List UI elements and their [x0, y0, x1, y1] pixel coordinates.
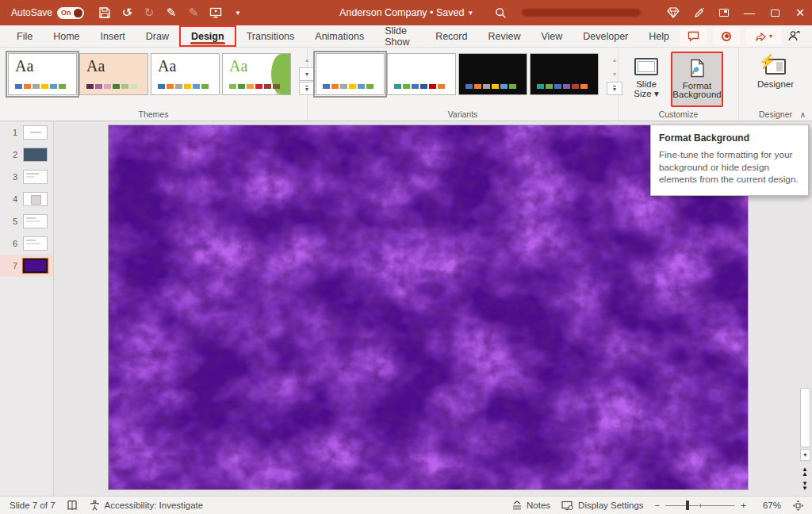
zoom-in-button[interactable]: +: [741, 501, 746, 510]
slide-thumbnail[interactable]: [23, 192, 48, 206]
next-slide-button[interactable]: ▼▼: [799, 481, 810, 491]
record-button[interactable]: [713, 28, 740, 45]
variant-thumbnail-4[interactable]: [530, 53, 599, 95]
search-icon[interactable]: [488, 1, 512, 25]
customize-qat-icon[interactable]: ▾: [228, 3, 247, 22]
slide-thumbnail-row-5[interactable]: 5: [0, 210, 53, 232]
variants-group-label: Variants: [308, 109, 618, 119]
tab-insert[interactable]: Insert: [90, 25, 136, 47]
designer-button[interactable]: ⚡ Designer: [748, 52, 803, 107]
slide-thumbnail[interactable]: [23, 148, 48, 162]
undo-button[interactable]: ↺▾: [117, 3, 136, 22]
slide-thumbnail[interactable]: [23, 214, 48, 228]
tab-review[interactable]: Review: [477, 25, 530, 47]
theme-thumbnail-2[interactable]: Aa: [79, 53, 148, 95]
theme-thumbnail-4[interactable]: Aa: [222, 53, 291, 95]
editing-pen-icon[interactable]: [687, 1, 710, 25]
slide-number: 1: [8, 128, 17, 137]
ribbon: AaAaAaAa ▴ ▾ ▾ Themes ▴ ▾ ▾ Variants Sli…: [0, 48, 812, 121]
format-background-button[interactable]: Format Background: [671, 52, 723, 107]
redo-button[interactable]: ↻: [140, 3, 159, 22]
zoom-slider-knob[interactable]: [686, 501, 689, 510]
ink-pen-icon[interactable]: ✎: [162, 3, 181, 22]
accessibility-status[interactable]: Accessibility: Investigate: [89, 500, 204, 511]
slide-thumbnail[interactable]: [23, 170, 48, 184]
tooltip-title: Format Background: [659, 132, 800, 144]
collapse-ribbon-icon[interactable]: ∧: [800, 110, 806, 119]
slide-size-label-2: Size ▾: [634, 88, 658, 99]
tab-record[interactable]: Record: [425, 25, 477, 47]
slide-number: 2: [8, 150, 17, 159]
slide-number: 3: [8, 172, 17, 182]
scrollbar-thumb[interactable]: [800, 388, 810, 447]
status-bar: Slide 7 of 7 Accessibility: Investigate …: [0, 496, 812, 514]
slide-thumbnail-row-4[interactable]: 4: [0, 188, 53, 210]
theme-color-swatches: [15, 84, 66, 89]
slide-thumbnail-row-3[interactable]: 3: [0, 166, 53, 188]
comments-button[interactable]: [680, 28, 707, 45]
notes-button[interactable]: Notes: [511, 501, 550, 510]
slide-counter: Slide 7 of 7: [10, 501, 56, 510]
variant-thumbnail-3[interactable]: [458, 53, 527, 95]
theme-aa-sample: Aa: [158, 57, 176, 75]
presence-icon[interactable]: [787, 30, 801, 42]
toggle-knob-icon: [74, 9, 82, 17]
autosave-control[interactable]: AutoSave On: [11, 7, 84, 19]
book-theme-icon[interactable]: [67, 500, 78, 511]
accessibility-label: Accessibility: Investigate: [105, 501, 204, 510]
tab-developer[interactable]: Developer: [573, 25, 638, 47]
theme-color-swatches: [465, 84, 516, 89]
autosave-label: AutoSave: [11, 7, 52, 18]
tab-design[interactable]: Design: [179, 25, 236, 47]
slide-number: 4: [8, 194, 17, 204]
slide-thumbnail-row-7[interactable]: 7: [0, 255, 53, 277]
ribbon-tab-row: File Home Insert Draw Design Transitions…: [0, 25, 812, 48]
slide-thumbnail-row-6[interactable]: 6: [0, 232, 53, 255]
save-icon[interactable]: [95, 3, 114, 22]
slide-thumbnail-row-2[interactable]: 2: [0, 144, 53, 166]
tab-transitions[interactable]: Transitions: [236, 25, 305, 47]
tab-animations[interactable]: Animations: [304, 25, 374, 47]
premium-diamond-icon[interactable]: [661, 1, 685, 25]
tooltip-body: Fine-tune the formatting for your backgr…: [659, 149, 800, 186]
theme-color-swatches: [323, 84, 373, 89]
slide-thumbnail[interactable]: [23, 259, 48, 273]
ribbon-layout-icon[interactable]: [712, 1, 736, 25]
close-button[interactable]: ✕: [788, 1, 812, 25]
zoom-out-button[interactable]: −: [655, 501, 661, 510]
theme-aa-sample: Aa: [86, 57, 105, 75]
scrollbar-down-icon[interactable]: ▼: [800, 449, 810, 461]
start-slideshow-icon[interactable]: [206, 3, 225, 22]
display-settings-label: Display Settings: [578, 501, 643, 510]
draw-pen-icon[interactable]: ✎: [184, 3, 203, 22]
slide-size-button[interactable]: Slide Size ▾: [623, 52, 669, 107]
slide-thumbnail[interactable]: [23, 125, 48, 140]
zoom-percentage: 67%: [757, 501, 781, 510]
tab-file[interactable]: File: [6, 25, 43, 47]
theme-thumbnail-1[interactable]: Aa: [8, 53, 77, 95]
zoom-slider[interactable]: [665, 501, 735, 510]
tab-slideshow[interactable]: Slide Show: [374, 25, 425, 47]
fit-slide-icon[interactable]: [792, 500, 804, 512]
theme-thumbnail-3[interactable]: Aa: [151, 53, 220, 95]
tab-home[interactable]: Home: [43, 25, 90, 47]
format-background-icon: [688, 58, 706, 79]
title-bar: AutoSave On ↺▾ ↻ ✎ ✎ ▾ Anderson Company …: [0, 0, 812, 25]
previous-slide-button[interactable]: ▲▲: [799, 467, 810, 477]
variant-thumbnail-1[interactable]: [316, 53, 385, 95]
variant-thumbnail-2[interactable]: [387, 53, 456, 95]
minimize-button[interactable]: —: [737, 1, 761, 25]
share-button[interactable]: ▾: [746, 28, 781, 45]
slide-thumbnail-row-1[interactable]: 1: [0, 121, 53, 144]
maximize-button[interactable]: [763, 1, 787, 25]
themes-group: AaAaAaAa ▴ ▾ ▾ Themes: [0, 48, 308, 121]
format-background-label-2: Background: [672, 90, 721, 99]
slide-thumbnail-panel: 1234567: [0, 121, 54, 496]
customize-group-label: Customize: [619, 109, 738, 119]
slide-thumbnail[interactable]: [23, 236, 48, 251]
tab-view[interactable]: View: [530, 25, 573, 47]
display-settings-button[interactable]: Display Settings: [561, 501, 643, 511]
tab-help[interactable]: Help: [638, 25, 680, 47]
tab-draw[interactable]: Draw: [136, 25, 179, 47]
autosave-toggle[interactable]: On: [57, 7, 84, 19]
